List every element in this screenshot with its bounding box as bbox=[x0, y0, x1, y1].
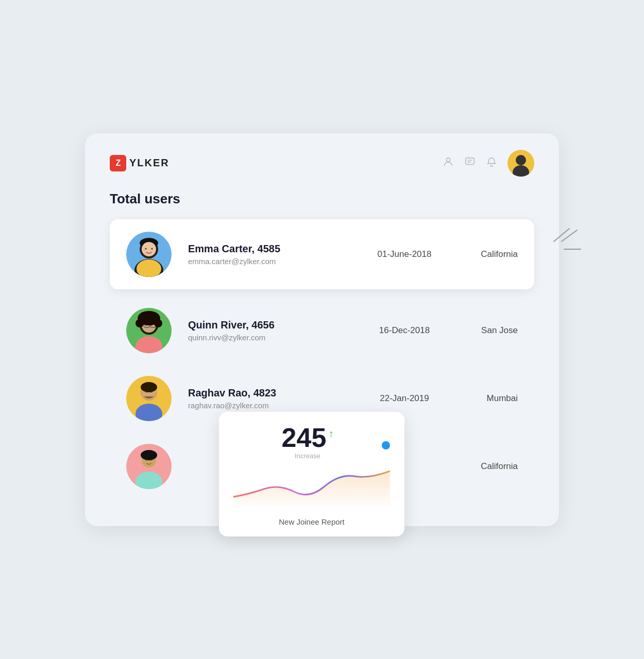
header: Z YLKER bbox=[110, 150, 534, 177]
chart-header: 245 ↑ Increase bbox=[233, 424, 390, 460]
user-row-quinn[interactable]: Quinn River, 4656 quinn.rivv@zylker.com … bbox=[110, 298, 534, 363]
main-card: Z YLKER bbox=[85, 133, 559, 526]
user-info-quinn: Quinn River, 4656 quinn.rivv@zylker.com bbox=[188, 319, 363, 342]
user-location-emma: California bbox=[446, 249, 518, 259]
svg-point-32 bbox=[151, 391, 152, 392]
chart-up-arrow: ↑ bbox=[328, 428, 333, 439]
user-date-emma: 01-June-2018 bbox=[363, 249, 446, 259]
page-title: Total users bbox=[110, 191, 534, 207]
svg-point-14 bbox=[151, 248, 153, 249]
user-name-quinn: Quinn River, 4656 bbox=[188, 319, 363, 331]
chart-number: 245 ↑ bbox=[233, 424, 382, 451]
sketch-decoration bbox=[549, 226, 585, 259]
user-info-emma: Emma Carter, 4585 emma.carter@zylker.com bbox=[188, 243, 363, 266]
user-email-raghav: raghav.rao@zylker.com bbox=[188, 401, 363, 410]
svg-point-31 bbox=[146, 391, 147, 392]
svg-point-3 bbox=[513, 165, 529, 177]
user-location-fourth: California bbox=[446, 461, 518, 472]
chart-card: 245 ↑ Increase bbox=[219, 412, 404, 536]
user-name-raghav: Raghav Rao, 4823 bbox=[188, 387, 363, 399]
svg-point-26 bbox=[138, 311, 160, 325]
logo: Z YLKER bbox=[110, 155, 170, 171]
svg-point-30 bbox=[141, 382, 157, 392]
user-date-quinn: 16-Dec-2018 bbox=[363, 325, 446, 336]
chart-dot bbox=[382, 441, 390, 449]
avatar-raghav bbox=[126, 376, 172, 421]
svg-point-0 bbox=[446, 158, 450, 162]
chat-icon[interactable] bbox=[464, 156, 476, 170]
svg-rect-1 bbox=[466, 158, 474, 165]
svg-point-35 bbox=[141, 450, 157, 460]
bell-icon[interactable] bbox=[486, 156, 497, 170]
logo-text: YLKER bbox=[129, 157, 170, 169]
svg-point-36 bbox=[146, 459, 147, 460]
svg-point-37 bbox=[151, 459, 152, 460]
chart-stat: 245 ↑ Increase bbox=[233, 424, 382, 460]
svg-point-34 bbox=[135, 472, 162, 489]
user-location-raghav: Mumbai bbox=[446, 393, 518, 404]
user-date-raghav: 22-Jan-2019 bbox=[363, 393, 446, 404]
header-icons bbox=[443, 150, 534, 177]
profile-avatar[interactable] bbox=[507, 150, 534, 177]
avatar-quinn bbox=[126, 308, 172, 353]
logo-icon: Z bbox=[110, 155, 126, 171]
user-email-quinn: quinn.rivv@zylker.com bbox=[188, 333, 363, 342]
chart-label: Increase bbox=[233, 452, 382, 460]
avatar-fourth bbox=[126, 444, 172, 489]
svg-point-28 bbox=[135, 404, 162, 421]
svg-point-13 bbox=[145, 248, 147, 249]
user-info-raghav: Raghav Rao, 4823 raghav.rao@zylker.com bbox=[188, 387, 363, 410]
svg-point-2 bbox=[516, 155, 526, 165]
chart-graph bbox=[233, 466, 390, 507]
user-email-emma: emma.carter@zylker.com bbox=[188, 257, 363, 266]
user-icon[interactable] bbox=[443, 156, 454, 170]
svg-line-5 bbox=[562, 230, 577, 241]
chart-title: New Joinee Report bbox=[233, 517, 390, 526]
user-row-elevated[interactable]: Emma Carter, 4585 emma.carter@zylker.com… bbox=[110, 219, 534, 289]
user-name-emma: Emma Carter, 4585 bbox=[188, 243, 363, 255]
svg-point-16 bbox=[135, 336, 162, 353]
svg-line-4 bbox=[554, 229, 569, 241]
avatar-emma bbox=[126, 232, 172, 277]
svg-point-12 bbox=[142, 242, 156, 256]
user-location-quinn: San Jose bbox=[446, 325, 518, 336]
